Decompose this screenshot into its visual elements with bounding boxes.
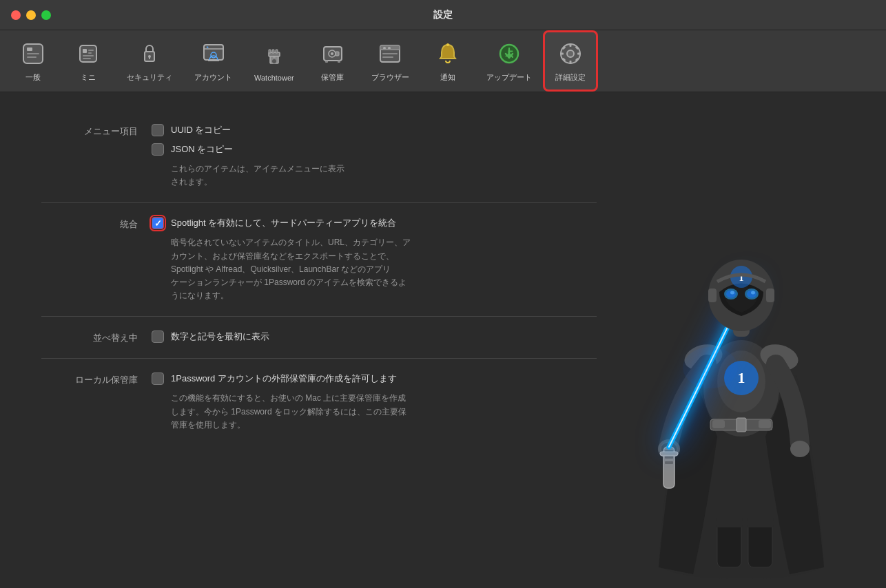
svg-rect-26 — [325, 61, 328, 63]
traffic-lights — [11, 10, 51, 20]
account-icon — [199, 39, 228, 68]
security-label: セキュリティ — [127, 72, 172, 83]
svg-rect-59 — [665, 456, 673, 459]
svg-rect-27 — [338, 61, 340, 63]
toolbar: 一般 ミニ セキュリティ — [0, 30, 886, 92]
tab-notify[interactable]: 通知 — [420, 30, 475, 92]
menu-section: メニュー項目 UUID をコピー JSON をコピー これらのアイテムは、アイテ… — [41, 113, 597, 200]
uuid-label: UUID をコピー — [171, 124, 231, 136]
svg-rect-32 — [380, 49, 400, 50]
svg-rect-21 — [273, 56, 276, 58]
svg-rect-7 — [88, 52, 92, 54]
sort-section: 並べ替え中 数字と記号を最初に表示 — [41, 319, 597, 355]
divider-2 — [41, 316, 597, 317]
local-vault-section: ローカル保管庫 1Password アカウントの外部保管庫の作成を許可します こ… — [41, 361, 597, 443]
svg-rect-12 — [149, 56, 150, 59]
tab-browser[interactable]: ブラウザー — [360, 30, 420, 92]
svg-rect-39 — [569, 43, 571, 47]
local-vault-label: ローカル保管庫 — [41, 372, 152, 386]
sort-label: 並べ替え中 — [41, 330, 152, 344]
json-checkbox[interactable] — [152, 143, 164, 156]
svg-text:1: 1 — [738, 369, 745, 386]
tab-general[interactable]: 一般 — [6, 30, 61, 92]
local-vault-row: 1Password アカウントの外部保管庫の作成を許可します — [152, 372, 597, 385]
integration-controls: ✓ Spotlight を有効にして、サードパーティーアプリを統合 暗号化されて… — [152, 217, 597, 302]
local-vault-checkbox[interactable] — [152, 372, 164, 385]
svg-rect-18 — [272, 50, 274, 53]
account-label: アカウント — [194, 72, 232, 83]
maximize-button[interactable] — [41, 10, 51, 20]
watchtower-icon — [260, 41, 289, 70]
svg-rect-8 — [83, 55, 94, 56]
svg-rect-77 — [736, 418, 746, 432]
svg-rect-82 — [716, 518, 743, 527]
svg-rect-83 — [747, 518, 774, 527]
watchtower-label: Watchtower — [254, 74, 294, 82]
sort-item-label: 数字と記号を最初に表示 — [171, 330, 269, 343]
integration-description: 暗号化されていないアイテムのタイトル、URL、カテゴリー、ア カウント、および保… — [152, 236, 597, 302]
svg-rect-2 — [27, 53, 39, 54]
spotlight-row: ✓ Spotlight を有効にして、サードパーティーアプリを統合 — [152, 217, 597, 229]
minimize-button[interactable] — [26, 10, 36, 20]
jedi-character-svg: 1 — [610, 182, 872, 581]
svg-point-38 — [567, 50, 574, 57]
main-content: メニュー項目 UUID をコピー JSON をコピー これらのアイテムは、アイテ… — [0, 92, 886, 588]
sort-checkbox[interactable] — [152, 330, 164, 343]
svg-rect-33 — [382, 53, 398, 54]
tab-advanced[interactable]: 詳細設定 — [543, 30, 598, 92]
svg-rect-34 — [382, 56, 393, 58]
spotlight-label: Spotlight を有効にして、サードパーティーアプリを統合 — [171, 217, 396, 229]
local-vault-controls: 1Password アカウントの外部保管庫の作成を許可します この機能を有効にす… — [152, 372, 597, 432]
browser-label: ブラウザー — [371, 72, 409, 83]
tab-vault[interactable]: 保管庫 — [305, 30, 360, 92]
svg-point-35 — [446, 43, 449, 46]
mini-icon — [74, 39, 103, 68]
sort-row: 数字と記号を最初に表示 — [152, 330, 597, 343]
general-label: 一般 — [25, 72, 41, 83]
vault-icon — [318, 39, 347, 68]
tab-account[interactable]: アカウント — [183, 30, 243, 92]
tab-security[interactable]: セキュリティ — [116, 30, 183, 92]
svg-rect-42 — [577, 53, 581, 55]
menu-controls: UUID をコピー JSON をコピー これらのアイテムは、アイテムメニューに表… — [152, 124, 597, 189]
svg-rect-1 — [27, 48, 32, 51]
local-vault-description: この機能を有効にすると、お使いの Mac 上に主要保管庫を作成 します。今から … — [152, 392, 597, 432]
settings-panel: メニュー項目 UUID をコピー JSON をコピー これらのアイテムは、アイテ… — [41, 113, 597, 567]
browser-icon — [375, 39, 404, 68]
uuid-checkbox[interactable] — [152, 124, 164, 136]
svg-rect-75 — [766, 288, 774, 302]
vault-label: 保管庫 — [321, 72, 344, 83]
notify-icon — [433, 39, 462, 68]
menu-description: これらのアイテムは、アイテムメニューに表示されます。 — [152, 162, 597, 189]
svg-rect-19 — [276, 50, 278, 53]
svg-rect-60 — [665, 461, 673, 464]
close-button[interactable] — [11, 10, 21, 20]
tab-update[interactable]: アップデート — [475, 30, 543, 92]
svg-rect-25 — [336, 52, 339, 56]
checkmark-icon: ✓ — [154, 219, 162, 228]
svg-rect-6 — [88, 50, 94, 51]
svg-rect-40 — [569, 61, 571, 64]
svg-point-71 — [751, 291, 755, 295]
integration-label: 統合 — [41, 217, 152, 231]
svg-rect-41 — [560, 53, 564, 55]
notify-label: 通知 — [440, 72, 455, 83]
character-illustration: 1 — [610, 113, 845, 567]
tab-mini[interactable]: ミニ — [61, 30, 116, 92]
svg-rect-20 — [272, 59, 276, 63]
svg-rect-4 — [80, 45, 96, 62]
menu-label: メニュー項目 — [41, 124, 152, 138]
json-row: JSON をコピー — [152, 143, 597, 156]
svg-rect-79 — [712, 420, 725, 428]
svg-rect-9 — [83, 58, 91, 59]
svg-rect-61 — [660, 452, 678, 456]
svg-rect-3 — [27, 56, 37, 58]
svg-point-55 — [790, 441, 810, 457]
svg-point-70 — [730, 291, 734, 295]
update-icon — [495, 39, 524, 68]
spotlight-checkbox[interactable]: ✓ — [152, 217, 164, 229]
window-title: 設定 — [433, 9, 453, 21]
tab-watchtower[interactable]: Watchtower — [243, 30, 305, 92]
advanced-icon — [556, 39, 585, 68]
svg-rect-74 — [708, 288, 717, 302]
